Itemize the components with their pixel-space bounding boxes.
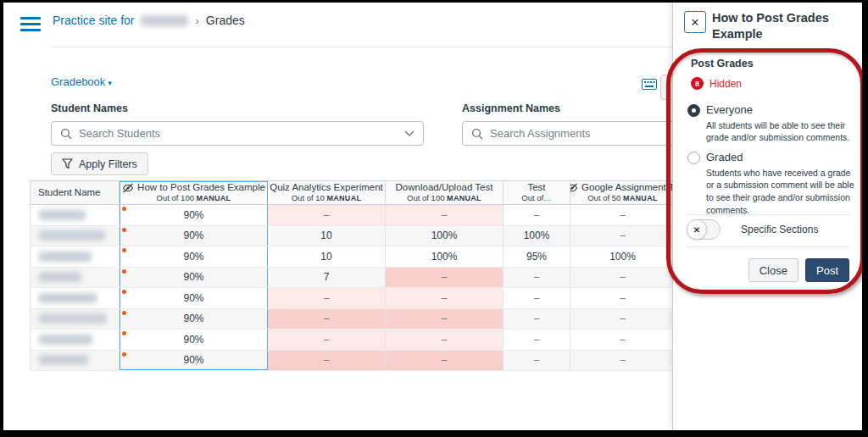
grade-cell[interactable]: – (268, 205, 386, 225)
assignment-column-header[interactable]: Quiz Analytics ExperimentOut of 10 MANUA… (268, 181, 386, 204)
grade-cell[interactable]: – (570, 205, 676, 225)
grade-cell[interactable]: – (570, 309, 676, 329)
grade-cell[interactable]: – (386, 351, 504, 371)
grade-cell[interactable]: 100% (504, 226, 570, 246)
grade-cell[interactable]: 10 (268, 246, 386, 267)
grade-cell[interactable]: – (268, 351, 386, 371)
grade-cell[interactable]: 10 (268, 226, 386, 246)
specific-sections-row: ✕ Specific Sections (687, 219, 818, 240)
search-students-input[interactable]: Search Students (51, 121, 424, 146)
grade-cell[interactable]: – (504, 205, 570, 225)
grade-cell[interactable]: – (570, 288, 676, 308)
student-name-cell[interactable] (30, 226, 120, 246)
grade-cell[interactable]: 90% (120, 246, 268, 267)
gradebook-menu-button[interactable]: Gradebook▾ (51, 75, 112, 88)
grade-value: 10 (320, 230, 331, 241)
grade-cell[interactable]: 90% (120, 288, 268, 308)
student-names-label: Student Names (51, 102, 128, 114)
grade-value: – (534, 292, 540, 304)
student-name-column-header[interactable]: Student Name (30, 181, 120, 204)
grade-cell[interactable]: – (386, 329, 504, 350)
breadcrumb-redacted-name (141, 15, 188, 26)
radio-everyone-label[interactable]: Everyone (706, 103, 855, 117)
unposted-grade-dot-icon (122, 352, 126, 357)
grade-cell[interactable]: – (504, 309, 570, 329)
student-name-cell[interactable] (30, 268, 120, 288)
apply-filters-button[interactable]: Apply Filters (51, 152, 148, 175)
student-name-redacted (39, 252, 92, 262)
grade-cell[interactable]: – (570, 226, 676, 246)
grade-value: 10 (320, 251, 331, 263)
grade-cell[interactable]: – (268, 309, 386, 329)
breadcrumb-separator: › (195, 14, 198, 27)
student-name-redacted (39, 210, 86, 220)
post-button[interactable]: Post (805, 258, 849, 282)
grade-cell[interactable]: – (504, 351, 570, 371)
grade-value: 90% (183, 251, 203, 263)
assignment-column-header[interactable]: How to Post Grades ExampleOut of 100 MAN… (120, 181, 268, 204)
keyboard-shortcuts-icon[interactable] (642, 79, 657, 90)
table-row: 90%–––– (30, 351, 676, 372)
student-name-cell[interactable] (30, 288, 120, 308)
grade-value: – (324, 354, 330, 366)
grade-cell[interactable]: – (570, 329, 676, 350)
apply-filters-label: Apply Filters (79, 158, 137, 170)
grade-cell[interactable]: – (386, 288, 504, 308)
grade-cell[interactable]: – (504, 329, 570, 350)
grade-cell[interactable]: 90% (120, 205, 268, 225)
grade-cell[interactable]: – (570, 351, 676, 371)
grade-value: 90% (183, 354, 203, 366)
grade-value: – (620, 230, 626, 241)
grade-cell[interactable]: 95% (504, 246, 570, 267)
grade-value: – (324, 292, 330, 304)
assignment-column-header[interactable]: Google Assignment TeOut of 50 MANUAL (570, 181, 676, 204)
close-tray-button[interactable]: ✕ (684, 11, 706, 33)
breadcrumb-site-link[interactable]: Practice site for (53, 14, 134, 27)
grade-cell[interactable]: – (386, 309, 504, 329)
grade-cell[interactable]: 100% (386, 246, 504, 267)
grade-cell[interactable]: – (504, 288, 570, 308)
search-assignments-input[interactable]: Search Assignments (462, 121, 676, 146)
student-name-cell[interactable] (30, 246, 120, 267)
grade-cell[interactable]: 90% (120, 351, 268, 371)
search-icon (471, 128, 483, 140)
radio-everyone-description: All students will be able to see their g… (706, 119, 855, 144)
grade-cell[interactable]: 100% (570, 246, 676, 267)
grade-cell[interactable]: 90% (120, 226, 268, 246)
close-button[interactable]: Close (748, 258, 798, 282)
grade-value: 90% (183, 334, 203, 346)
student-name-cell[interactable] (30, 309, 120, 329)
tray-title: How to Post Grades Example (712, 10, 854, 42)
specific-sections-toggle[interactable]: ✕ (687, 219, 721, 240)
grade-cell[interactable]: – (386, 205, 504, 225)
grade-cell[interactable]: – (268, 288, 386, 308)
radio-graded[interactable] (687, 152, 700, 164)
student-name-redacted (39, 355, 88, 365)
grade-cell[interactable]: 100% (386, 226, 504, 246)
hamburger-menu-icon[interactable] (20, 17, 41, 34)
post-grades-tray: ✕ How to Post Grades Example Post Grades… (672, 3, 862, 430)
grade-value: – (442, 271, 448, 283)
grade-cell[interactable]: 90% (120, 309, 268, 329)
student-name-cell[interactable] (30, 329, 120, 350)
grade-cell[interactable]: – (386, 268, 504, 288)
grade-value: 100% (609, 251, 636, 263)
toggle-off-icon: ✕ (687, 219, 707, 240)
assignment-column-header[interactable]: Download/Upload TestOut of 100 MANUAL (386, 181, 504, 204)
grade-cell[interactable]: – (570, 268, 676, 288)
student-name-cell[interactable] (30, 205, 120, 225)
radio-everyone[interactable] (687, 104, 700, 117)
unposted-grade-dot-icon (122, 207, 126, 211)
student-name-cell[interactable] (30, 351, 120, 371)
post-grades-heading: Post Grades (691, 58, 754, 69)
radio-graded-label[interactable]: Graded (706, 151, 855, 164)
grade-cell[interactable]: 7 (268, 268, 386, 288)
grade-cell[interactable]: – (268, 329, 386, 350)
grade-cell[interactable]: 90% (120, 329, 268, 350)
chevron-down-icon[interactable] (404, 130, 415, 136)
assignment-column-header[interactable]: TestOut of… (504, 181, 570, 204)
grade-cell[interactable]: – (504, 268, 570, 288)
student-name-redacted (39, 313, 107, 324)
chevron-down-icon: ▾ (108, 79, 112, 87)
grade-cell[interactable]: 90% (120, 268, 268, 288)
